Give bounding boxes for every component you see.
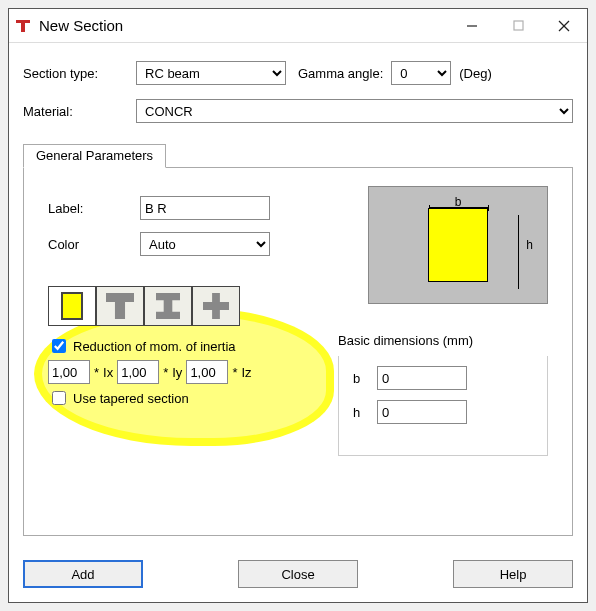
iz-factor-input[interactable] [186, 360, 228, 384]
rectangle-icon [61, 292, 83, 320]
label-input[interactable] [140, 196, 270, 220]
shape-button-group [48, 286, 552, 326]
color-select[interactable]: Auto [140, 232, 270, 256]
ix-factor-input[interactable] [48, 360, 90, 384]
material-select[interactable]: CONCR [136, 99, 573, 123]
ix-symbol: Ix [103, 365, 113, 380]
ix-star: * [94, 365, 99, 380]
tee-icon [106, 293, 134, 319]
dialog-new-section: New Section Section type: RC beam Gamma … [8, 8, 588, 603]
shape-tee-button[interactable] [96, 286, 144, 326]
label-field-label: Label: [48, 201, 128, 216]
shape-rectangle-button[interactable] [48, 286, 96, 326]
preview-shape [428, 208, 488, 282]
reduction-inertia-row: Reduction of mom. of inertia [48, 336, 552, 356]
tab-general-parameters[interactable]: General Parameters [23, 144, 166, 168]
dialog-buttons: Add Close Help [9, 546, 587, 602]
section-type-select[interactable]: RC beam [136, 61, 286, 85]
minimize-button[interactable] [449, 9, 495, 42]
window-title: New Section [39, 17, 449, 34]
iz-symbol: Iz [241, 365, 251, 380]
gamma-angle-select[interactable]: 0 [391, 61, 451, 85]
color-label: Color [48, 237, 128, 252]
help-button[interactable]: Help [453, 560, 573, 588]
material-label: Material: [23, 104, 128, 119]
app-icon [15, 18, 31, 34]
preview-h-label: h [526, 238, 533, 252]
window-controls [449, 9, 587, 42]
reduction-inertia-checkbox[interactable] [52, 339, 66, 353]
tapered-section-label: Use tapered section [73, 391, 189, 406]
tapered-section-checkbox[interactable] [52, 391, 66, 405]
gamma-angle-label: Gamma angle: [298, 66, 383, 81]
close-dialog-button[interactable]: Close [238, 560, 358, 588]
iz-star: * [232, 365, 237, 380]
cross-icon [203, 293, 229, 319]
gamma-unit-label: (Deg) [459, 66, 492, 81]
ibeam-icon [156, 293, 180, 319]
close-button[interactable] [541, 9, 587, 42]
preview-h-dimension-line [518, 215, 519, 289]
tab-frame: General Parameters Label: Color Auto b h [23, 167, 573, 536]
svg-rect-1 [514, 21, 523, 30]
iy-symbol: Iy [172, 365, 182, 380]
dialog-content: Section type: RC beam Gamma angle: 0 (De… [9, 43, 587, 546]
add-button[interactable]: Add [23, 560, 143, 588]
shape-cross-button[interactable] [192, 286, 240, 326]
titlebar: New Section [9, 9, 587, 43]
iy-factor-input[interactable] [117, 360, 159, 384]
maximize-button[interactable] [495, 9, 541, 42]
section-type-label: Section type: [23, 66, 128, 81]
iy-star: * [163, 365, 168, 380]
tapered-section-row: Use tapered section [48, 388, 552, 408]
shape-ibeam-button[interactable] [144, 286, 192, 326]
reduction-inertia-label: Reduction of mom. of inertia [73, 339, 236, 354]
